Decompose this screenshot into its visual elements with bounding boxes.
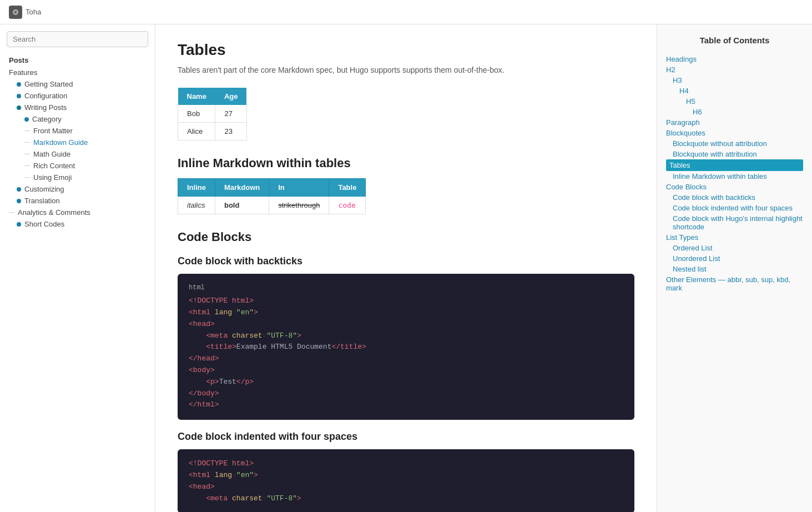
sidebar-item-translation[interactable]: Translation <box>0 195 155 207</box>
dot-icon <box>17 94 21 98</box>
page-description: Tables aren't part of the core Markdown … <box>178 66 634 74</box>
using-emoji-label: Using Emoji <box>33 173 72 182</box>
analytics-comments-label: Analytics & Comments <box>18 208 90 217</box>
writing-posts-label: Writing Posts <box>24 103 67 112</box>
fourspaces-title: Code block indented with four spaces <box>178 431 634 443</box>
connector-icon <box>24 130 30 131</box>
sidebar-item-short-codes[interactable]: Short Codes <box>0 218 155 230</box>
main-content: Tables Tables aren't part of the core Ma… <box>155 24 657 512</box>
main-layout: Posts Features Getting Started Configura… <box>0 24 812 512</box>
table-header-age: Age <box>215 88 247 105</box>
sidebar-item-math-guide[interactable]: Math Guide <box>0 148 155 160</box>
rich-content-label: Rich Content <box>33 162 75 170</box>
dot-icon <box>17 82 21 87</box>
toc-item-h2[interactable]: H2 <box>666 64 803 75</box>
code-line: <body> <box>189 365 623 377</box>
table-row: italics bold strikethrough code <box>178 197 366 214</box>
code-line: <p>Test</p> <box>189 377 623 388</box>
code-block-fourspaces: <!DOCTYPE html> <html lang="en"> <head> … <box>178 449 634 512</box>
math-guide-label: Math Guide <box>33 150 70 158</box>
toc-item-h3[interactable]: H3 <box>666 75 803 86</box>
sidebar-item-features[interactable]: Features <box>0 67 155 78</box>
search-input[interactable] <box>7 31 148 47</box>
features-label: Features <box>9 68 37 77</box>
simple-table: Name Age Bob 27 Alice 23 <box>178 88 247 140</box>
code-line: <title>Example HTML5 Document</title> <box>189 342 623 353</box>
code-line: <meta charset="UTF-8"> <box>189 493 623 505</box>
code-blocks-title: Code Blocks <box>178 230 634 244</box>
logo-icon <box>9 6 22 19</box>
short-codes-label: Short Codes <box>24 220 64 228</box>
code-line: <!DOCTYPE html> <box>189 295 623 307</box>
sidebar-item-front-matter[interactable]: Front Matter <box>0 125 155 137</box>
sidebar-item-rich-content[interactable]: Rich Content <box>0 160 155 172</box>
inline-table-header: Table <box>329 179 366 197</box>
toc-item-blockquote-with[interactable]: Blockquote with attribution <box>666 149 803 159</box>
sidebar-item-writing-posts[interactable]: Writing Posts <box>0 102 155 113</box>
backticks-title: Code block with backticks <box>178 255 634 267</box>
table-cell: 23 <box>215 123 247 140</box>
inline-table-header: Markdown <box>215 179 269 197</box>
sidebar-item-category[interactable]: Category <box>0 113 155 125</box>
connector-icon <box>24 154 30 154</box>
toc-item-headings[interactable]: Headings <box>666 54 803 64</box>
sidebar-item-analytics-comments[interactable]: Analytics & Comments <box>0 207 155 218</box>
toc-item-nested-list[interactable]: Nested list <box>666 264 803 274</box>
connector-icon <box>24 177 30 178</box>
toc-item-other-elements[interactable]: Other Elements — abbr, sub, sup, kbd, ma… <box>666 274 803 293</box>
dot-icon <box>24 117 29 122</box>
dot-icon <box>17 222 21 227</box>
table-cell: Bob <box>178 105 215 123</box>
svg-point-2 <box>14 11 17 13</box>
table-cell-strike: strikethrough <box>269 197 329 214</box>
toc-item-code-fourspaces[interactable]: Code block indented with four spaces <box>666 203 803 213</box>
connector-icon <box>24 165 30 166</box>
toc-item-inline-markdown[interactable]: Inline Markdown within tables <box>666 171 803 182</box>
table-row: Bob 27 <box>178 105 247 123</box>
code-line: </head> <box>189 353 623 365</box>
table-cell-bold: bold <box>215 197 269 214</box>
sidebar-item-using-emoji[interactable]: Using Emoji <box>0 172 155 183</box>
dot-icon <box>17 187 21 192</box>
toc-item-h6[interactable]: H6 <box>666 107 803 117</box>
toc-item-code-backticks[interactable]: Code block with backticks <box>666 192 803 203</box>
toc-item-ordered-list[interactable]: Ordered List <box>666 243 803 253</box>
category-label: Category <box>32 115 62 123</box>
logo[interactable]: Toha <box>9 6 41 19</box>
toc-item-blockquote-without[interactable]: Blockquote without attribution <box>666 138 803 149</box>
front-matter-label: Front Matter <box>33 127 73 135</box>
table-cell-italic: italics <box>178 197 215 214</box>
toc-item-tables[interactable]: Tables <box>666 159 803 171</box>
markdown-guide-label: Markdown Guide <box>33 138 88 147</box>
logo-text: Toha <box>26 8 41 16</box>
toc-panel: Table of Contents Headings H2 H3 H4 H5 H… <box>657 24 812 512</box>
toc-item-code-hugo[interactable]: Code block with Hugo's internal highligh… <box>666 213 803 232</box>
configuration-label: Configuration <box>24 92 67 100</box>
sidebar-item-configuration[interactable]: Configuration <box>0 90 155 102</box>
code-line: <html lang="en"> <box>189 470 623 481</box>
sidebar-item-customizing[interactable]: Customizing <box>0 183 155 195</box>
toc-item-unordered-list[interactable]: Unordered List <box>666 253 803 264</box>
table-cell-code: code <box>329 197 366 214</box>
toc-item-h5[interactable]: H5 <box>666 96 803 107</box>
code-line: </html> <box>189 399 623 411</box>
toc-item-code-blocks[interactable]: Code Blocks <box>666 182 803 192</box>
inline-table-header: Inline <box>178 179 215 197</box>
sidebar-item-markdown-guide[interactable]: Markdown Guide <box>0 137 155 148</box>
getting-started-label: Getting Started <box>24 80 73 88</box>
code-block-backticks: html <!DOCTYPE html> <html lang="en"> <h… <box>178 274 634 420</box>
table-cell: Alice <box>178 123 215 140</box>
translation-label: Translation <box>24 197 60 205</box>
toc-item-h4[interactable]: H4 <box>666 86 803 96</box>
toc-item-list-types[interactable]: List Types <box>666 232 803 243</box>
customizing-label: Customizing <box>24 185 64 193</box>
inline-markdown-table: Inline Markdown In Table italics bold st… <box>178 178 366 214</box>
toc-item-blockquotes[interactable]: Blockquotes <box>666 128 803 138</box>
search-container[interactable] <box>7 31 148 47</box>
code-line: <head> <box>189 481 623 493</box>
sidebar-item-getting-started[interactable]: Getting Started <box>0 78 155 90</box>
toc-item-paragraph[interactable]: Paragraph <box>666 117 803 128</box>
header: Toha <box>0 0 812 24</box>
code-line: <head> <box>189 319 623 330</box>
code-lang-label: html <box>189 283 623 293</box>
